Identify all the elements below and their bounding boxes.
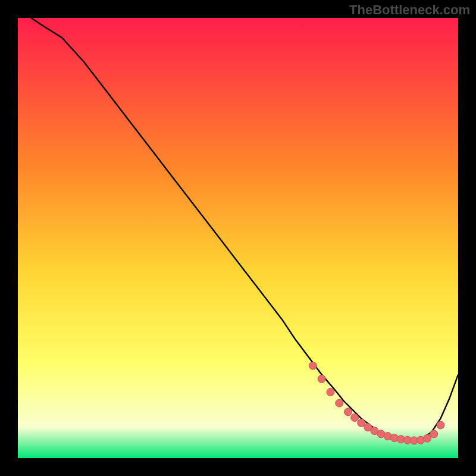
marker-dot [327, 389, 334, 396]
marker-dot [430, 430, 438, 438]
marker-dot [309, 362, 317, 369]
marker-dot [318, 375, 325, 383]
marker-dot [345, 408, 352, 416]
marker-dot [358, 419, 365, 427]
chart-frame: TheBottleneck.com [0, 0, 476, 476]
marker-dot [424, 434, 431, 442]
marker-dot [336, 399, 343, 407]
marker-dot [437, 421, 444, 429]
plot-svg [18, 18, 458, 458]
marker-dot [351, 414, 359, 421]
watermark-text: TheBottleneck.com [349, 2, 470, 18]
gradient-background [18, 18, 458, 458]
plot-area [18, 18, 458, 458]
